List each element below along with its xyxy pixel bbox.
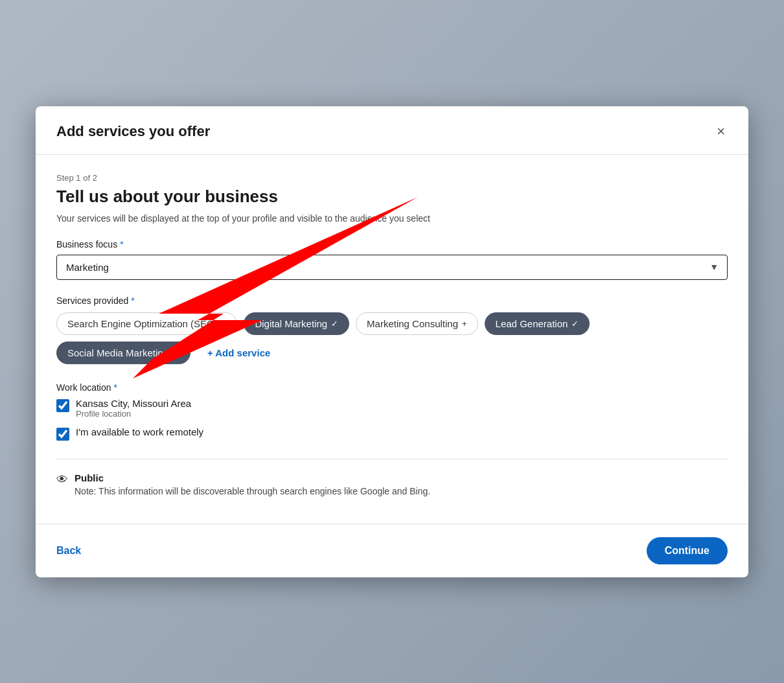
close-button[interactable]: × [714,122,728,141]
location-remote-main-label: I'm available to work remotely [76,426,203,437]
chip-marketing-consulting-icon: + [462,319,467,329]
public-label: Public [75,472,430,483]
required-indicator: * [120,239,123,249]
public-text-group: Public Note: This information will be di… [75,472,430,496]
chip-social-media-marketing[interactable]: Social Media Marketing ✓ [56,342,190,364]
chip-digital-marketing-label: Digital Marketing [255,318,327,329]
add-service-label: + Add service [207,347,270,358]
chip-digital-marketing-icon: ✓ [331,319,338,329]
public-note: Note: This information will be discovera… [75,486,430,496]
chips-container: Search Engine Optimization (SEO) + Digit… [56,312,728,364]
business-focus-label: Business focus * [56,239,728,249]
services-label: Services provided * [56,295,728,306]
work-location-required-indicator: * [114,382,117,393]
chip-lead-generation[interactable]: Lead Generation ✓ [485,312,590,335]
eye-icon: 👁 [56,473,68,487]
back-button[interactable]: Back [56,540,81,562]
modal-footer: Back Continue [36,524,748,577]
services-section: Services provided * Search Engine Optimi… [56,295,728,364]
chip-seo[interactable]: Search Engine Optimization (SEO) + [56,312,237,335]
services-required-indicator: * [131,295,134,306]
location-profile-checkbox[interactable] [56,399,69,412]
work-location-label: Work location * [56,382,728,393]
chip-marketing-consulting[interactable]: Marketing Consulting + [356,312,478,335]
close-icon: × [717,124,725,139]
modal-dialog: Add services you offer × Step 1 of 2 Tel… [36,106,748,577]
work-location-section: Work location * Kansas City, Missouri Ar… [56,382,728,441]
location-remote-item: I'm available to work remotely [56,426,728,441]
business-focus-select[interactable]: Marketing Technology Finance Consulting … [56,255,728,280]
divider [56,459,728,459]
location-remote-checkbox[interactable] [56,428,69,441]
chip-lead-generation-icon: ✓ [571,319,579,329]
public-section: 👁 Public Note: This information will be … [56,472,728,496]
modal-header: Add services you offer × [36,106,748,155]
chip-digital-marketing[interactable]: Digital Marketing ✓ [244,312,349,335]
chip-seo-label: Search Engine Optimization (SEO) [67,318,218,329]
location-remote-label-group: I'm available to work remotely [76,426,203,437]
modal-body: Step 1 of 2 Tell us about your business … [36,155,748,524]
chip-seo-icon: + [222,319,227,329]
location-profile-item: Kansas City, Missouri Area Profile locat… [56,398,728,419]
chip-lead-generation-label: Lead Generation [496,318,568,329]
chip-marketing-consulting-label: Marketing Consulting [367,318,458,329]
modal-title: Add services you offer [56,123,210,140]
section-description: Your services will be displayed at the t… [56,213,728,224]
section-title: Tell us about your business [56,187,728,207]
modal-wrapper: Add services you offer × Step 1 of 2 Tel… [0,0,784,683]
business-focus-wrapper: Marketing Technology Finance Consulting … [56,255,728,280]
step-label: Step 1 of 2 [56,173,728,183]
location-profile-main-label: Kansas City, Missouri Area [76,398,191,409]
location-profile-sub-label: Profile location [76,409,191,419]
chip-social-media-marketing-icon: ✓ [172,348,179,358]
continue-button[interactable]: Continue [647,537,728,564]
chip-social-media-marketing-label: Social Media Marketing [67,347,168,358]
add-service-button[interactable]: + Add service [197,342,281,364]
location-profile-label-group: Kansas City, Missouri Area Profile locat… [76,398,191,419]
